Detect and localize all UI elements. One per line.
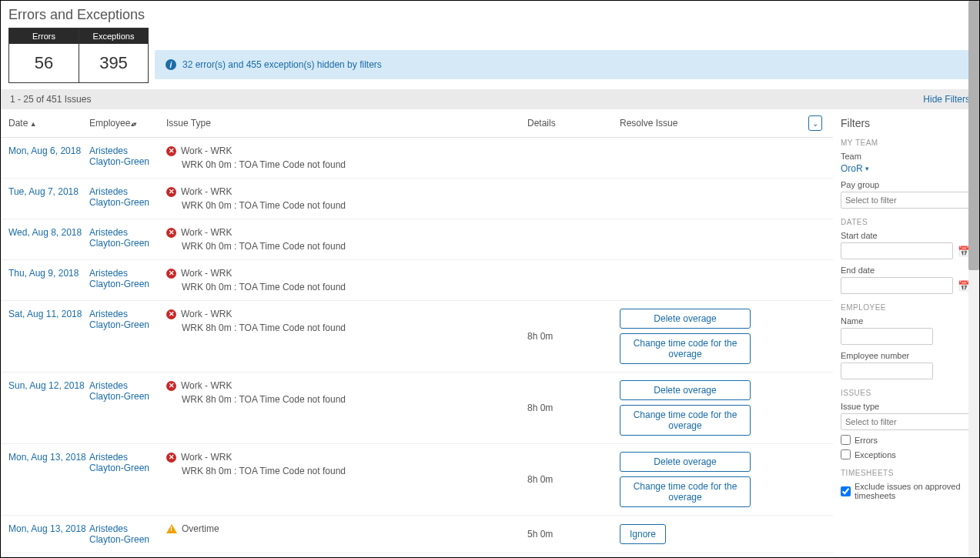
error-icon: ✕ (166, 269, 176, 279)
col-details: Details (527, 118, 620, 129)
issue-title: Work - WRK (181, 268, 232, 279)
change-time-code-button[interactable]: Change time code for the overage (620, 333, 751, 364)
team-label: Team (841, 152, 970, 161)
table-row: Wed, Aug 8, 2018Aristedes Clayton-Green✕… (1, 219, 833, 260)
hide-filters-link[interactable]: Hide Filters (923, 94, 970, 105)
employee-link[interactable]: Aristedes Clayton-Green (89, 227, 159, 249)
date-link[interactable]: Mon, Aug 6, 2018 (8, 145, 81, 156)
table-row: Thu, Aug 9, 2018Aristedes Clayton-Green✕… (1, 260, 833, 301)
issue-detail-text: WRK 0h 0m : TOA Time Code not found (166, 282, 527, 292)
filters-panel: Filters MY TEAM Team OroR Pay group DATE… (833, 109, 979, 557)
end-date-input[interactable] (841, 277, 953, 294)
employee-link[interactable]: Aristedes Clayton-Green (89, 186, 159, 208)
date-link[interactable]: Wed, Aug 8, 2018 (8, 227, 82, 238)
info-bar: i 32 error(s) and 455 exception(s) hidde… (155, 50, 972, 79)
issue-title: Work - WRK (181, 380, 232, 391)
issue-detail-text: WRK 8h 0m : TOA Time Code not found (166, 466, 527, 476)
details-cell (527, 268, 620, 292)
date-link[interactable]: Tue, Aug 7, 2018 (8, 186, 79, 197)
team-dropdown[interactable]: OroR (841, 163, 869, 174)
change-time-code-button[interactable]: Change time code for the overage (620, 405, 751, 436)
stat-exceptions-value: 395 (79, 44, 148, 82)
stat-errors-value: 56 (9, 44, 79, 82)
table-row: Tue, Aug 14, 2018Aristedes Clayton-Green… (1, 553, 833, 557)
exceptions-checkbox-row[interactable]: Exceptions (841, 449, 970, 459)
date-link[interactable]: Sun, Aug 12, 2018 (8, 380, 85, 391)
date-link[interactable]: Sat, Aug 11, 2018 (8, 309, 82, 319)
details-cell: 8h 0m (527, 380, 620, 436)
date-link[interactable]: Thu, Aug 9, 2018 (8, 268, 79, 279)
stat-boxes: Errors 56 Exceptions 395 (8, 28, 149, 83)
table-row: Mon, Aug 13, 2018Aristedes Clayton-Green… (1, 444, 833, 516)
issue-type-label: Issue type (841, 402, 970, 411)
error-icon: ✕ (166, 381, 176, 391)
employee-link[interactable]: Aristedes Clayton-Green (89, 309, 159, 330)
details-cell: 5h 0m (527, 523, 620, 545)
range-text: 1 - 25 of 451 Issues (10, 94, 91, 105)
table-row: Sun, Aug 12, 2018Aristedes Clayton-Green… (1, 373, 833, 444)
section-dates: DATES (841, 218, 970, 226)
ignore-button[interactable]: Ignore (620, 524, 666, 544)
employee-link[interactable]: Aristedes Clayton-Green (89, 268, 159, 289)
details-cell: 8h 0m (527, 309, 620, 364)
issue-detail-text: WRK 0h 0m : TOA Time Code not found (166, 159, 527, 170)
errors-checkbox-row[interactable]: Errors (841, 435, 970, 445)
delete-overage-button[interactable]: Delete overage (620, 380, 751, 400)
table-header: Date Employee Issue Type Details Resolve… (1, 109, 833, 138)
table-row: Sat, Aug 11, 2018Aristedes Clayton-Green… (1, 301, 833, 373)
date-link[interactable]: Mon, Aug 13, 2018 (8, 523, 86, 534)
details-cell: 8h 0m (527, 452, 620, 507)
error-icon: ✕ (166, 309, 176, 319)
change-time-code-button[interactable]: Change time code for the overage (620, 476, 751, 507)
scrollbar-track[interactable] (968, 1, 979, 558)
exclude-checkbox-label: Exclude issues on approved timesheets (855, 482, 970, 500)
name-label: Name (841, 316, 970, 326)
exclude-checkbox[interactable] (841, 486, 851, 496)
col-date[interactable]: Date (8, 118, 89, 129)
table-row: Mon, Aug 13, 2018Aristedes Clayton-Green… (1, 516, 833, 553)
issue-title: Work - WRK (181, 452, 232, 463)
delete-overage-button[interactable]: Delete overage (620, 309, 751, 329)
warning-icon (166, 524, 177, 533)
employee-link[interactable]: Aristedes Clayton-Green (89, 523, 159, 545)
issue-detail-text: WRK 8h 0m : TOA Time Code not found (166, 394, 527, 405)
delete-overage-button[interactable]: Delete overage (620, 452, 751, 472)
chevron-down-icon: ⌄ (812, 119, 818, 128)
info-text: 32 error(s) and 455 exception(s) hidden … (182, 59, 382, 70)
section-my-team: MY TEAM (841, 139, 970, 147)
emp-number-input[interactable] (841, 363, 933, 379)
stat-exceptions-label: Exceptions (79, 28, 148, 44)
col-employee[interactable]: Employee (89, 118, 166, 129)
resolve-dropdown-button[interactable]: ⌄ (808, 115, 822, 131)
stat-errors: Errors 56 (9, 28, 79, 82)
errors-checkbox[interactable] (841, 435, 851, 445)
error-icon: ✕ (166, 453, 176, 463)
name-input[interactable] (841, 328, 933, 345)
page-title: Errors and Exceptions (1, 1, 979, 28)
employee-link[interactable]: Aristedes Clayton-Green (89, 452, 159, 473)
meta-bar: 1 - 25 of 451 Issues Hide Filters (1, 89, 979, 109)
table-row: Tue, Aug 7, 2018Aristedes Clayton-Green✕… (1, 179, 833, 219)
issue-type-select[interactable] (841, 413, 970, 430)
col-issue-type[interactable]: Issue Type (166, 118, 527, 129)
details-cell (527, 145, 620, 170)
issue-title: Work - WRK (181, 186, 232, 197)
issue-detail-text: WRK 0h 0m : TOA Time Code not found (166, 241, 527, 252)
employee-link[interactable]: Aristedes Clayton-Green (89, 380, 159, 402)
scrollbar-thumb[interactable] (968, 1, 979, 270)
exceptions-checkbox[interactable] (841, 449, 851, 459)
table-row: Mon, Aug 6, 2018Aristedes Clayton-Green✕… (1, 138, 833, 179)
start-date-label: Start date (841, 231, 970, 240)
stat-errors-label: Errors (9, 28, 79, 44)
exclude-checkbox-row[interactable]: Exclude issues on approved timesheets (841, 482, 970, 500)
issue-title: Work - WRK (181, 227, 232, 238)
start-date-input[interactable] (841, 242, 953, 259)
issue-title: Work - WRK (181, 309, 232, 319)
issue-detail-text: WRK 8h 0m : TOA Time Code not found (166, 322, 527, 333)
date-link[interactable]: Mon, Aug 13, 2018 (8, 452, 86, 463)
issue-title: Overtime (182, 523, 219, 534)
employee-link[interactable]: Aristedes Clayton-Green (89, 145, 159, 167)
pay-group-select[interactable] (841, 192, 970, 209)
details-cell (527, 227, 620, 252)
end-date-label: End date (841, 266, 970, 275)
